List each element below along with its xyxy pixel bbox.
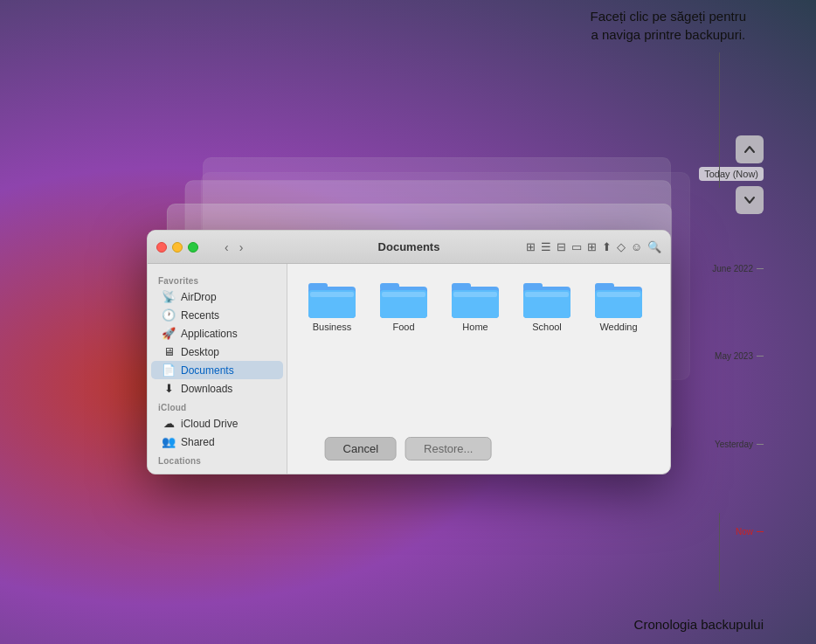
icon-list[interactable]: ☰ — [541, 240, 551, 253]
search-icon[interactable]: 🔍 — [647, 240, 661, 253]
folder-icon — [452, 278, 499, 318]
sidebar-item-desktop[interactable]: 🖥 Desktop — [151, 343, 283, 361]
svg-rect-1 — [308, 283, 328, 290]
folder-item-school[interactable]: School — [516, 278, 577, 332]
sidebar-item-label-shared: Shared — [181, 436, 215, 448]
timeline-date-now: Now — [736, 527, 764, 537]
documents-icon: 📄 — [162, 364, 176, 377]
sidebar-item-applications[interactable]: 🚀 Applications — [151, 324, 283, 343]
icon-gallery[interactable]: ▭ — [571, 240, 582, 253]
icon-tag[interactable]: ◇ — [617, 240, 626, 253]
restore-button[interactable]: Restore... — [405, 437, 491, 460]
folder-icon — [595, 278, 642, 318]
sidebar-item-label-airdrop: AirDrop — [181, 291, 217, 303]
sidebar-item-documents[interactable]: 📄 Documents — [151, 361, 283, 379]
timeline-date-label: Now — [736, 527, 753, 537]
action-buttons: Cancel Restore... — [325, 437, 492, 460]
forward-button[interactable]: › — [236, 239, 247, 256]
svg-rect-3 — [310, 292, 354, 297]
svg-rect-17 — [595, 283, 614, 290]
folder-label: Business — [313, 322, 352, 332]
annotation-line-bottom — [719, 513, 720, 592]
timeline-tick-red — [757, 531, 764, 532]
sidebar-label-locations: Locations — [148, 451, 287, 467]
sidebar-label-tags: Tags — [148, 467, 287, 474]
svg-rect-15 — [525, 292, 569, 297]
applications-icon: 🚀 — [162, 327, 176, 340]
timeline-date-june2022: June 2022 — [712, 264, 764, 274]
sidebar-item-label-documents: Documents — [181, 364, 234, 377]
sidebar-label-icloud: iCloud — [148, 398, 287, 414]
sidebar-item-airdrop[interactable]: 📡 AirDrop — [151, 287, 283, 306]
minimize-button[interactable] — [172, 242, 183, 253]
svg-rect-7 — [382, 292, 425, 297]
timeline-date-may2023: May 2023 — [715, 351, 764, 361]
icon-share[interactable]: ⬆ — [602, 240, 612, 253]
airdrop-icon: 📡 — [162, 290, 176, 303]
annotation-line-top — [719, 52, 720, 188]
folder-icon — [380, 278, 427, 318]
maximize-button[interactable] — [188, 242, 198, 253]
cancel-button[interactable]: Cancel — [325, 437, 397, 460]
folder-item-wedding[interactable]: Wedding — [588, 278, 649, 332]
folder-item-home[interactable]: Home — [445, 278, 506, 332]
timeline-tick — [757, 444, 764, 445]
sidebar-item-icloud-drive[interactable]: ☁ iCloud Drive — [151, 414, 283, 433]
timeline-date-label: Yesterday — [715, 440, 753, 449]
downloads-icon: ⬇ — [162, 382, 176, 395]
folder-icon — [523, 278, 571, 318]
sidebar-label-favorites: Favorites — [148, 271, 287, 287]
timeline-tick — [757, 268, 764, 269]
svg-rect-9 — [452, 283, 471, 290]
shared-icon: 👥 — [162, 435, 176, 448]
annotation-bottom: Cronologia backupului — [634, 615, 764, 634]
svg-rect-19 — [597, 292, 640, 297]
recents-icon: 🕐 — [162, 308, 176, 322]
timeline-arrow-up[interactable] — [736, 135, 764, 163]
timeline-arrow-down[interactable] — [736, 186, 764, 214]
svg-rect-11 — [453, 292, 497, 297]
sidebar-item-label-applications: Applications — [181, 328, 238, 340]
finder-titlebar: ‹ › Documents ⊞ ☰ ⊟ ▭ ⊞ ⬆ ◇ ☺ 🔍 — [148, 231, 670, 264]
timeline-tick — [757, 356, 764, 357]
sidebar-item-label-downloads: Downloads — [181, 383, 232, 395]
svg-rect-13 — [523, 283, 543, 290]
back-button[interactable]: ‹ — [221, 239, 232, 256]
close-button[interactable] — [156, 242, 167, 253]
svg-rect-5 — [380, 283, 399, 290]
finder-toolbar: ‹ › — [221, 239, 246, 256]
icloud-drive-icon: ☁ — [162, 417, 176, 430]
folder-icon — [308, 278, 356, 318]
toolbar-icons: ⊞ ☰ ⊟ ▭ ⊞ ⬆ ◇ ☺ 🔍 — [526, 240, 661, 253]
sidebar-item-label-icloud-drive: iCloud Drive — [181, 418, 238, 430]
sidebar-item-label-desktop: Desktop — [181, 346, 219, 358]
sidebar-item-downloads[interactable]: ⬇ Downloads — [151, 379, 283, 398]
timeline-date-label: June 2022 — [712, 264, 753, 274]
folder-item-business[interactable]: Business — [301, 278, 363, 332]
folder-label: Food — [392, 322, 414, 332]
desktop-icon: 🖥 — [162, 345, 176, 358]
sidebar-item-recents[interactable]: 🕐 Recents — [151, 306, 283, 324]
icon-emoji[interactable]: ☺ — [631, 240, 642, 253]
timeline: Today (Now) June 2022 May 2023 Yesterday… — [676, 135, 764, 583]
finder-title: Documents — [378, 240, 440, 253]
timeline-now-label: Today (Now) — [699, 167, 764, 181]
sidebar-item-label-recents: Recents — [181, 309, 219, 322]
timeline-date-yesterday: Yesterday — [715, 440, 764, 449]
folder-label: Wedding — [599, 322, 637, 332]
icon-grid[interactable]: ⊞ — [526, 240, 536, 253]
folder-label: School — [532, 322, 562, 332]
folder-item-food[interactable]: Food — [373, 278, 434, 332]
icon-group[interactable]: ⊞ — [587, 240, 597, 253]
timeline-date-label: May 2023 — [715, 351, 753, 361]
icon-columns[interactable]: ⊟ — [557, 240, 566, 253]
folder-label: Home — [462, 322, 488, 332]
sidebar-item-shared[interactable]: 👥 Shared — [151, 433, 283, 451]
finder-sidebar: Favorites 📡 AirDrop 🕐 Recents 🚀 Applicat… — [148, 264, 287, 474]
